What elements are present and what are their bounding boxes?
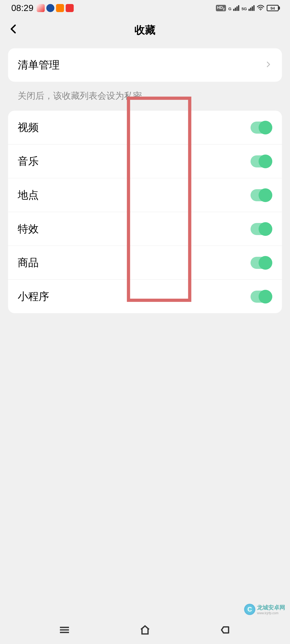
toggle-switch[interactable] — [251, 155, 272, 167]
section-hint: 关闭后，该收藏列表会设为私密 — [8, 82, 282, 106]
wifi-icon — [257, 5, 264, 12]
watermark-text: 龙城安卓网 — [257, 604, 285, 611]
toggle-label: 商品 — [18, 256, 39, 270]
page-title: 收藏 — [135, 23, 155, 37]
signal-1: G — [228, 5, 239, 11]
status-app-icons — [37, 4, 74, 12]
battery-indicator: 94 — [267, 5, 279, 11]
toggle-label: 音乐 — [18, 154, 39, 169]
svg-point-0 — [260, 9, 261, 10]
toggle-label: 特效 — [18, 222, 39, 236]
notif-app-icon — [46, 4, 55, 12]
list-manage-label: 清单管理 — [18, 58, 60, 72]
watermark-sub: www.lcjrfp.com — [257, 612, 285, 615]
chevron-right-icon — [264, 60, 272, 70]
back-nav-button[interactable] — [218, 622, 234, 638]
toggle-row: 特效 — [8, 212, 282, 246]
toggle-switch[interactable] — [251, 223, 272, 235]
home-button[interactable] — [137, 622, 153, 638]
status-right: HD2 G 5G 94 — [216, 5, 279, 12]
toggle-switch[interactable] — [251, 189, 272, 201]
toggle-row: 音乐 — [8, 144, 282, 178]
toggle-switch[interactable] — [251, 290, 272, 302]
notif-app-icon — [37, 4, 45, 12]
notif-app-icon — [56, 4, 64, 12]
toggle-switch[interactable] — [251, 257, 272, 269]
toggle-row: 视频 — [8, 111, 282, 144]
watermark: C 龙城安卓网 www.lcjrfp.com — [244, 604, 285, 615]
toggle-label: 地点 — [18, 188, 39, 202]
toggle-list-card: 视频音乐地点特效商品小程序 — [8, 111, 282, 313]
status-left: 08:29 — [11, 3, 74, 13]
back-button[interactable] — [8, 23, 19, 36]
page-header: 收藏 — [0, 16, 290, 43]
watermark-icon: C — [244, 604, 255, 615]
list-manage-row[interactable]: 清单管理 — [8, 48, 282, 82]
toggle-row: 小程序 — [8, 279, 282, 313]
hd-badge: HD2 — [216, 5, 226, 11]
toggle-row: 地点 — [8, 178, 282, 212]
signal-2: 5G — [241, 5, 255, 11]
toggle-label: 小程序 — [18, 290, 49, 304]
system-nav-bar — [0, 616, 290, 644]
status-time: 08:29 — [11, 3, 34, 13]
recents-button[interactable] — [56, 622, 73, 638]
list-manage-card: 清单管理 — [8, 48, 282, 82]
toggle-switch[interactable] — [251, 121, 272, 133]
toggle-row: 商品 — [8, 246, 282, 279]
toggle-label: 视频 — [18, 120, 39, 135]
status-bar: 08:29 HD2 G 5G 94 — [0, 0, 290, 16]
notif-app-icon — [66, 4, 74, 12]
